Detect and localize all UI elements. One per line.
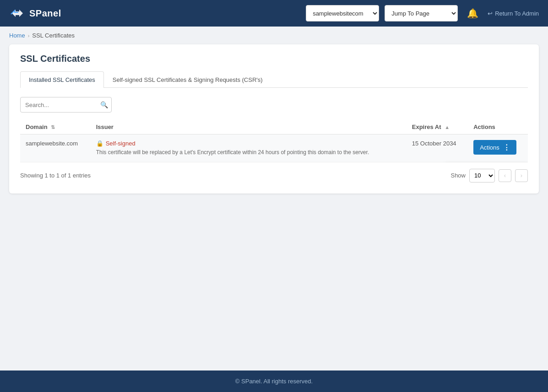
actions-button[interactable]: Actions ⋮ — [473, 140, 516, 155]
tab-self-signed-ssl[interactable]: Self-signed SSL Certificates & Signing R… — [104, 71, 271, 88]
prev-page-button[interactable]: ‹ — [499, 169, 511, 182]
domain-cell: samplewebsite.com — [20, 134, 91, 162]
tab-self-signed-label: Self-signed SSL Certificates & Signing R… — [113, 76, 263, 83]
col-header-expires[interactable]: Expires At ▲ — [407, 120, 468, 134]
prev-icon: ‹ — [504, 172, 506, 179]
table-header-row: Domain ⇅ Issuer Expires At ▲ Actions — [20, 120, 528, 134]
showing-entries: Showing 1 to 1 of 1 entries — [20, 172, 91, 179]
search-icon-button[interactable]: 🔍 — [100, 101, 108, 108]
logo-area: SPanel — [9, 5, 61, 21]
lock-red-icon: 🔒 — [96, 140, 103, 147]
next-icon: › — [521, 172, 522, 179]
table-footer: Showing 1 to 1 of 1 entries Show 10 25 5… — [20, 169, 528, 183]
expires-date: 15 October 2034 — [412, 140, 456, 147]
issuer-note: This certificate will be replaced by a L… — [96, 149, 401, 156]
page-footer: © SPanel. All rights reserved. — [0, 371, 548, 392]
page-title: SSL Certificates — [20, 54, 528, 64]
actions-menu-dots: ⋮ — [503, 143, 510, 151]
main-content: SSL Certificates Installed SSL Certifica… — [0, 44, 548, 371]
actions-cell: Actions ⋮ ✎ Install custom SSL 🔒 — [468, 134, 528, 162]
search-wrapper: 🔍 — [20, 97, 112, 113]
bell-icon: 🔔 — [467, 8, 478, 18]
col-header-actions: Actions — [468, 120, 528, 134]
notifications-bell-button[interactable]: 🔔 — [463, 6, 482, 21]
return-admin-label: Return To Admin — [495, 10, 539, 17]
breadcrumb-home-link[interactable]: Home — [9, 32, 25, 39]
ssl-card: SSL Certificates Installed SSL Certifica… — [9, 44, 539, 193]
expires-sort-icon: ▲ — [445, 124, 450, 130]
search-icon: 🔍 — [100, 101, 108, 108]
show-entries-select[interactable]: 10 25 50 100 — [469, 169, 495, 183]
ssl-table-container: Domain ⇅ Issuer Expires At ▲ Actions — [20, 120, 528, 162]
return-icon: ↩ — [488, 10, 493, 17]
spanel-logo-icon — [9, 5, 26, 21]
footer-copyright: © SPanel. All rights reserved. — [235, 378, 313, 385]
domain-value: samplewebsite.com — [26, 140, 78, 147]
issuer-badge: 🔒 Self-signed — [96, 140, 136, 147]
breadcrumb-current: SSL Certificates — [32, 32, 75, 39]
domain-sort-icon: ⇅ — [51, 124, 55, 130]
tab-installed-label: Installed SSL Certificates — [29, 76, 95, 83]
col-header-issuer[interactable]: Issuer — [91, 120, 407, 134]
issuer-badge-label: Self-signed — [106, 140, 136, 147]
pagination-right: Show 10 25 50 100 ‹ › — [450, 169, 528, 183]
issuer-cell: 🔒 Self-signed This certificate will be r… — [91, 134, 407, 162]
table-row: samplewebsite.com 🔒 Self-signed This cer… — [20, 134, 528, 162]
search-input[interactable] — [20, 97, 112, 113]
expires-cell: 15 October 2034 — [407, 134, 468, 162]
show-label: Show — [450, 172, 466, 179]
domain-select[interactable]: samplewebsitecom — [306, 5, 379, 21]
logo-text: SPanel — [29, 8, 61, 19]
breadcrumb: Home › SSL Certificates — [0, 27, 548, 44]
ssl-table: Domain ⇅ Issuer Expires At ▲ Actions — [20, 120, 528, 162]
actions-button-label: Actions — [480, 144, 499, 151]
tabs-container: Installed SSL Certificates Self-signed S… — [20, 71, 528, 88]
tab-installed-ssl[interactable]: Installed SSL Certificates — [20, 71, 104, 88]
breadcrumb-separator: › — [28, 33, 30, 38]
next-page-button[interactable]: › — [515, 169, 528, 182]
col-header-domain[interactable]: Domain ⇅ — [20, 120, 91, 134]
return-to-admin-button[interactable]: ↩ Return To Admin — [488, 10, 539, 17]
header: SPanel samplewebsitecom Jump To Page 🔔 ↩… — [0, 0, 548, 27]
jump-to-page-select[interactable]: Jump To Page — [385, 5, 458, 21]
